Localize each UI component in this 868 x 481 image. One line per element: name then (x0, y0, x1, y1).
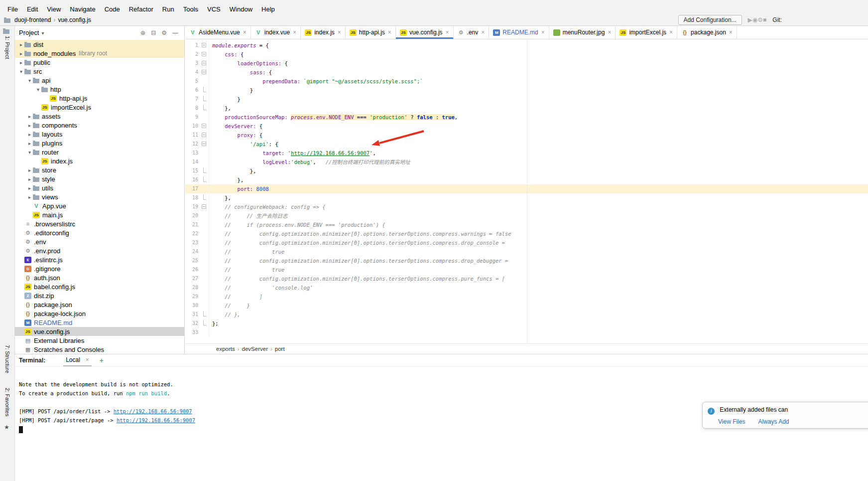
chevron-down-icon[interactable]: ▾ (18, 69, 24, 74)
menu-refactor[interactable]: Refactor (124, 4, 158, 14)
editor-tab-.env[interactable]: ⚙.env× (454, 26, 490, 39)
fold-start-icon[interactable] (200, 68, 209, 77)
editor-tab-http-api.js[interactable]: JShttp-api.js× (346, 26, 396, 39)
tree-item-importExcel.js[interactable]: JSimportExcel.js (15, 103, 184, 112)
chevron-right-icon[interactable]: ▸ (26, 167, 33, 173)
editor-breadcrumb-item[interactable]: devServer (241, 346, 269, 352)
notification-link-always-add[interactable]: Always Add (758, 418, 789, 425)
editor-tab-index.vue[interactable]: Vindex.vue× (251, 26, 301, 39)
tree-item-auth.json[interactable]: {}auth.json (15, 273, 184, 282)
chevron-right-icon[interactable]: ▸ (26, 141, 33, 146)
close-icon[interactable]: × (293, 29, 296, 36)
fold-start-icon[interactable] (200, 50, 209, 59)
close-icon[interactable]: × (446, 29, 449, 36)
close-icon[interactable]: × (729, 29, 733, 36)
debug-button[interactable]: ◉ (752, 16, 757, 23)
chevron-right-icon[interactable]: ▸ (26, 176, 33, 182)
notification-link-view-files[interactable]: View Files (718, 418, 745, 425)
git-widget-label[interactable]: Git: (772, 16, 782, 23)
editor-tab-README.md[interactable]: MREADME.md× (489, 26, 549, 39)
add-configuration-button[interactable]: Add Configuration... (678, 15, 742, 25)
fold-start-icon[interactable] (200, 59, 209, 68)
menu-tools[interactable]: Tools (179, 4, 203, 14)
tree-item-.env[interactable]: ⚙.env (15, 237, 184, 246)
tree-item-router[interactable]: ▾router (15, 148, 184, 157)
menu-help[interactable]: Help (257, 4, 279, 14)
tree-item-README.md[interactable]: MREADME.md (15, 318, 184, 327)
fold-start-icon[interactable] (200, 202, 209, 211)
tree-item-vue.config.js[interactable]: JSvue.config.js (15, 327, 184, 336)
editor-tab-vue.config.js[interactable]: JSvue.config.js× (396, 26, 454, 39)
menu-run[interactable]: Run (158, 4, 179, 14)
tree-item-babel.config.js[interactable]: JSbabel.config.js (15, 282, 184, 291)
menu-edit[interactable]: Edit (22, 4, 42, 14)
chevron-right-icon[interactable]: ▸ (18, 42, 24, 47)
chevron-right-icon[interactable]: ▸ (18, 51, 24, 56)
tree-item-.editorconfig[interactable]: ⚙.editorconfig (15, 228, 184, 237)
editor-breadcrumb-item[interactable]: exports (215, 346, 236, 352)
tree-item-.eslintrc.js[interactable]: E.eslintrc.js (15, 255, 184, 264)
tree-item-public[interactable]: ▸public (15, 58, 184, 67)
tree-item-.browserslistrc[interactable]: ≡.browserslistrc (15, 219, 184, 228)
tree-item-index.js[interactable]: JSindex.js (15, 157, 184, 165)
fold-start-icon[interactable] (200, 41, 209, 50)
tree-item-store[interactable]: ▸store (15, 165, 184, 174)
hide-panel-button[interactable]: — (172, 29, 178, 36)
menu-window[interactable]: Window (225, 4, 257, 14)
tree-item-Scratches and Consoles[interactable]: ▦Scratches and Consoles (15, 345, 184, 354)
settings-icon[interactable]: ⚙ (161, 29, 167, 36)
tree-item-http[interactable]: ▾http (15, 85, 184, 94)
tree-item-main.js[interactable]: JSmain.js (15, 210, 184, 219)
menu-code[interactable]: Code (100, 4, 124, 14)
chevron-right-icon[interactable]: ▸ (26, 185, 33, 191)
run-button[interactable]: ▶ (748, 16, 752, 23)
menu-vcs[interactable]: VCS (203, 4, 225, 14)
tree-item-dist.zip[interactable]: Zdist.zip (15, 291, 184, 300)
fold-end-icon[interactable] (200, 175, 209, 184)
breadcrumb-item[interactable]: duoji-frontend (13, 16, 52, 23)
fold-end-icon[interactable] (200, 86, 209, 95)
stop-button[interactable]: ■ (763, 16, 766, 23)
fold-end-icon[interactable] (200, 193, 209, 202)
project-panel-title[interactable]: Project (19, 29, 39, 36)
tree-item-api[interactable]: ▾api (15, 76, 184, 85)
editor-tab-package.json[interactable]: {}package.json× (677, 26, 737, 39)
tree-item-components[interactable]: ▸components (15, 121, 184, 130)
terminal-tab-local[interactable]: Local (63, 354, 92, 366)
editor-tab-AsideMenu.vue[interactable]: VAsideMenu.vue× (185, 26, 251, 39)
close-icon[interactable]: × (481, 29, 485, 36)
tree-item-package.json[interactable]: {}package.json (15, 300, 184, 309)
menu-file[interactable]: File (3, 4, 22, 14)
tree-item-.env.prod[interactable]: ⚙.env.prod (15, 246, 184, 255)
menu-view[interactable]: View (42, 4, 65, 14)
tree-item-App.vue[interactable]: VApp.vue (15, 201, 184, 210)
toolwindow-button-project[interactable]: 1: Project (0, 28, 14, 59)
new-terminal-button[interactable] (100, 356, 104, 364)
close-icon[interactable]: × (338, 29, 341, 36)
terminal-link[interactable]: http://192.168.66.56:9007 (117, 417, 195, 423)
tree-item-dist[interactable]: ▸dist (15, 40, 184, 49)
fold-start-icon[interactable] (200, 122, 209, 131)
chevron-right-icon[interactable]: ▸ (18, 60, 24, 65)
menu-navigate[interactable]: Navigate (65, 4, 100, 14)
fold-start-icon[interactable] (200, 131, 209, 140)
close-icon[interactable]: × (608, 29, 611, 36)
editor-tab-index.js[interactable]: JSindex.js× (301, 26, 346, 39)
fold-end-icon[interactable] (200, 310, 209, 319)
tree-item-node_modules[interactable]: ▸node_moduleslibrary root (15, 49, 184, 58)
editor-tab-menuRouter.jpg[interactable]: menuRouter.jpg× (549, 26, 616, 39)
tree-item-plugins[interactable]: ▸plugins (15, 139, 184, 148)
terminal-link[interactable]: http://192.168.66.56:9007 (114, 408, 192, 414)
editor-tab-importExcel.js[interactable]: JSimportExcel.js× (616, 26, 677, 39)
chevron-down-icon[interactable]: ▾ (35, 87, 41, 92)
chevron-down-icon[interactable]: ▾ (26, 150, 33, 155)
locate-file-button[interactable]: ⊕ (140, 29, 145, 36)
fold-end-icon[interactable] (200, 166, 209, 175)
tree-item-.gitignore[interactable]: G.gitignore (15, 264, 184, 273)
collapse-all-button[interactable]: ⊟ (151, 29, 156, 36)
chevron-right-icon[interactable]: ▸ (26, 114, 33, 119)
editor-breadcrumb-item[interactable]: port (274, 346, 286, 352)
chevron-down-icon[interactable] (39, 29, 44, 36)
tree-item-http-api.js[interactable]: JShttp-api.js (15, 94, 184, 103)
chevron-right-icon[interactable]: ▸ (26, 194, 33, 200)
